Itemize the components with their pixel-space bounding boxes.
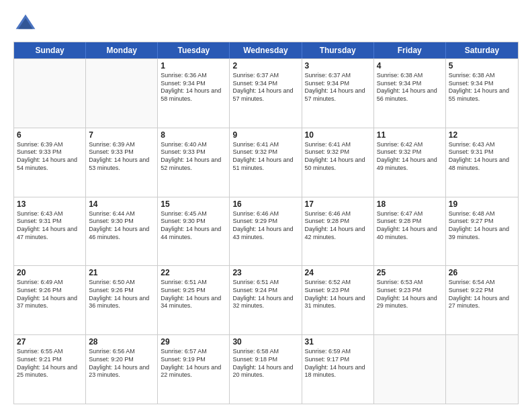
header [13, 12, 519, 36]
calendar-cell-4: 4Sunrise: 6:38 AM Sunset: 9:34 PM Daylig… [374, 59, 446, 128]
calendar-row-4: 27Sunrise: 6:55 AM Sunset: 9:21 PM Dayli… [14, 334, 518, 404]
day-number: 8 [161, 130, 226, 140]
calendar-cell-16: 16Sunrise: 6:46 AM Sunset: 9:29 PM Dayli… [230, 197, 302, 266]
calendar-cell-17: 17Sunrise: 6:46 AM Sunset: 9:28 PM Dayli… [302, 197, 374, 266]
cell-info: Sunrise: 6:48 AM Sunset: 9:27 PM Dayligh… [449, 210, 515, 242]
day-number: 17 [305, 199, 371, 209]
cell-info: Sunrise: 6:58 AM Sunset: 9:18 PM Dayligh… [232, 348, 298, 379]
weekday-header-saturday: Saturday [446, 42, 518, 58]
cell-info: Sunrise: 6:56 AM Sunset: 9:20 PM Dayligh… [89, 348, 154, 379]
day-number: 5 [449, 61, 515, 71]
cell-info: Sunrise: 6:37 AM Sunset: 9:34 PM Dayligh… [232, 72, 298, 103]
weekday-header-thursday: Thursday [302, 42, 374, 58]
day-number: 30 [232, 337, 298, 347]
day-number: 18 [377, 199, 443, 209]
day-number: 26 [449, 268, 515, 277]
calendar-cell-empty-4-6 [446, 335, 518, 404]
day-number: 20 [17, 268, 83, 277]
day-number: 7 [89, 130, 154, 140]
calendar-row-1: 6Sunrise: 6:39 AM Sunset: 9:33 PM Daylig… [14, 128, 518, 197]
calendar-cell-23: 23Sunrise: 6:51 AM Sunset: 9:24 PM Dayli… [230, 266, 302, 334]
calendar-cell-3: 3Sunrise: 6:37 AM Sunset: 9:34 PM Daylig… [302, 59, 374, 128]
cell-info: Sunrise: 6:39 AM Sunset: 9:33 PM Dayligh… [89, 141, 154, 173]
calendar-cell-31: 31Sunrise: 6:59 AM Sunset: 9:17 PM Dayli… [302, 335, 374, 404]
calendar-cell-9: 9Sunrise: 6:41 AM Sunset: 9:32 PM Daylig… [230, 128, 302, 197]
calendar-cell-12: 12Sunrise: 6:43 AM Sunset: 9:31 PM Dayli… [446, 128, 518, 197]
calendar-cell-7: 7Sunrise: 6:39 AM Sunset: 9:33 PM Daylig… [86, 128, 158, 197]
day-number: 31 [305, 337, 371, 347]
cell-info: Sunrise: 6:38 AM Sunset: 9:34 PM Dayligh… [449, 72, 515, 103]
cell-info: Sunrise: 6:38 AM Sunset: 9:34 PM Dayligh… [377, 72, 443, 103]
calendar-cell-24: 24Sunrise: 6:52 AM Sunset: 9:23 PM Dayli… [302, 266, 374, 334]
day-number: 6 [17, 130, 83, 140]
logo [13, 12, 40, 36]
day-number: 10 [305, 130, 371, 140]
day-number: 4 [377, 61, 443, 71]
calendar-cell-10: 10Sunrise: 6:41 AM Sunset: 9:32 PM Dayli… [302, 128, 374, 197]
cell-info: Sunrise: 6:39 AM Sunset: 9:33 PM Dayligh… [17, 141, 83, 173]
cell-info: Sunrise: 6:42 AM Sunset: 9:32 PM Dayligh… [377, 141, 443, 173]
calendar-cell-30: 30Sunrise: 6:58 AM Sunset: 9:18 PM Dayli… [230, 335, 302, 404]
calendar-cell-22: 22Sunrise: 6:51 AM Sunset: 9:25 PM Dayli… [158, 266, 230, 334]
day-number: 2 [232, 61, 298, 71]
weekday-header-sunday: Sunday [14, 42, 86, 58]
day-number: 23 [232, 268, 298, 277]
day-number: 29 [161, 337, 226, 347]
page: SundayMondayTuesdayWednesdayThursdayFrid… [0, 0, 532, 411]
day-number: 22 [161, 268, 226, 277]
day-number: 14 [89, 199, 154, 209]
calendar-cell-18: 18Sunrise: 6:47 AM Sunset: 9:28 PM Dayli… [374, 197, 446, 266]
day-number: 27 [17, 337, 83, 347]
day-number: 15 [161, 199, 226, 209]
cell-info: Sunrise: 6:43 AM Sunset: 9:31 PM Dayligh… [17, 210, 83, 242]
calendar-row-3: 20Sunrise: 6:49 AM Sunset: 9:26 PM Dayli… [14, 265, 518, 334]
day-number: 19 [449, 199, 515, 209]
cell-info: Sunrise: 6:53 AM Sunset: 9:23 PM Dayligh… [377, 279, 443, 310]
cell-info: Sunrise: 6:54 AM Sunset: 9:22 PM Dayligh… [449, 279, 515, 310]
logo-icon [13, 12, 38, 36]
day-number: 13 [17, 199, 83, 209]
calendar-cell-1: 1Sunrise: 6:36 AM Sunset: 9:34 PM Daylig… [158, 59, 230, 128]
calendar-cell-empty-0-0 [14, 59, 86, 128]
cell-info: Sunrise: 6:43 AM Sunset: 9:31 PM Dayligh… [449, 141, 515, 173]
calendar-row-0: 1Sunrise: 6:36 AM Sunset: 9:34 PM Daylig… [14, 58, 518, 128]
calendar-cell-26: 26Sunrise: 6:54 AM Sunset: 9:22 PM Dayli… [446, 266, 518, 334]
calendar-body: 1Sunrise: 6:36 AM Sunset: 9:34 PM Daylig… [14, 58, 518, 404]
day-number: 24 [305, 268, 371, 277]
day-number: 9 [232, 130, 298, 140]
weekday-header-monday: Monday [86, 42, 158, 58]
day-number: 11 [377, 130, 443, 140]
calendar-cell-2: 2Sunrise: 6:37 AM Sunset: 9:34 PM Daylig… [230, 59, 302, 128]
calendar-cell-20: 20Sunrise: 6:49 AM Sunset: 9:26 PM Dayli… [14, 266, 86, 334]
cell-info: Sunrise: 6:52 AM Sunset: 9:23 PM Dayligh… [305, 279, 371, 310]
cell-info: Sunrise: 6:55 AM Sunset: 9:21 PM Dayligh… [17, 348, 83, 379]
cell-info: Sunrise: 6:41 AM Sunset: 9:32 PM Dayligh… [232, 141, 298, 173]
calendar-cell-14: 14Sunrise: 6:44 AM Sunset: 9:30 PM Dayli… [86, 197, 158, 266]
cell-info: Sunrise: 6:49 AM Sunset: 9:26 PM Dayligh… [17, 279, 83, 310]
day-number: 28 [89, 337, 154, 347]
day-number: 25 [377, 268, 443, 277]
calendar-cell-empty-4-5 [374, 335, 446, 404]
day-number: 1 [161, 61, 226, 71]
cell-info: Sunrise: 6:47 AM Sunset: 9:28 PM Dayligh… [377, 210, 443, 242]
calendar-cell-21: 21Sunrise: 6:50 AM Sunset: 9:26 PM Dayli… [86, 266, 158, 334]
cell-info: Sunrise: 6:46 AM Sunset: 9:28 PM Dayligh… [305, 210, 371, 242]
cell-info: Sunrise: 6:44 AM Sunset: 9:30 PM Dayligh… [89, 210, 154, 242]
cell-info: Sunrise: 6:40 AM Sunset: 9:33 PM Dayligh… [161, 141, 226, 173]
calendar-cell-15: 15Sunrise: 6:45 AM Sunset: 9:30 PM Dayli… [158, 197, 230, 266]
calendar-cell-29: 29Sunrise: 6:57 AM Sunset: 9:19 PM Dayli… [158, 335, 230, 404]
cell-info: Sunrise: 6:51 AM Sunset: 9:24 PM Dayligh… [232, 279, 298, 310]
cell-info: Sunrise: 6:45 AM Sunset: 9:30 PM Dayligh… [161, 210, 226, 242]
calendar-cell-5: 5Sunrise: 6:38 AM Sunset: 9:34 PM Daylig… [446, 59, 518, 128]
cell-info: Sunrise: 6:37 AM Sunset: 9:34 PM Dayligh… [305, 72, 371, 103]
calendar-cell-19: 19Sunrise: 6:48 AM Sunset: 9:27 PM Dayli… [446, 197, 518, 266]
calendar-cell-25: 25Sunrise: 6:53 AM Sunset: 9:23 PM Dayli… [374, 266, 446, 334]
day-number: 16 [232, 199, 298, 209]
calendar-cell-6: 6Sunrise: 6:39 AM Sunset: 9:33 PM Daylig… [14, 128, 86, 197]
cell-info: Sunrise: 6:51 AM Sunset: 9:25 PM Dayligh… [161, 279, 226, 310]
cell-info: Sunrise: 6:57 AM Sunset: 9:19 PM Dayligh… [161, 348, 226, 379]
cell-info: Sunrise: 6:50 AM Sunset: 9:26 PM Dayligh… [89, 279, 154, 310]
day-number: 12 [449, 130, 515, 140]
cell-info: Sunrise: 6:59 AM Sunset: 9:17 PM Dayligh… [305, 348, 371, 379]
calendar-cell-13: 13Sunrise: 6:43 AM Sunset: 9:31 PM Dayli… [14, 197, 86, 266]
